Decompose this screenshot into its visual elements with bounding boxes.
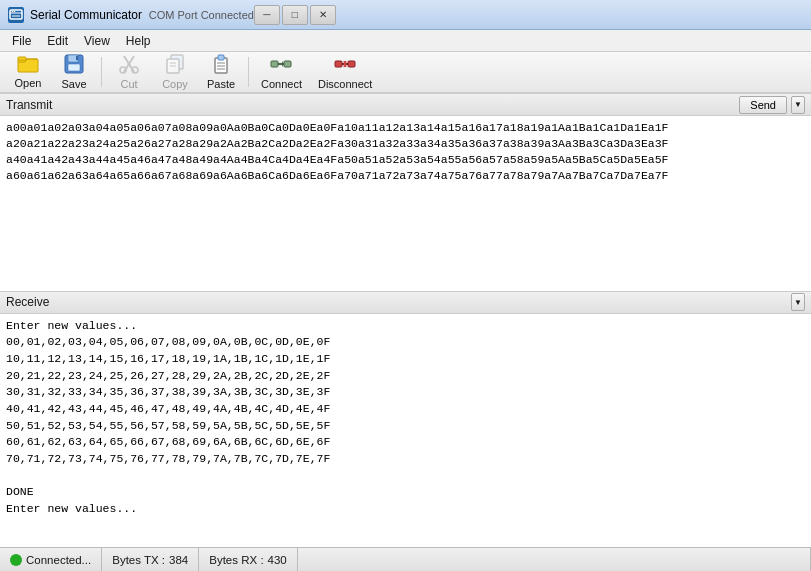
save-label: Save xyxy=(61,78,86,90)
bytes-tx-value: 384 xyxy=(169,554,188,566)
title-bar: Serial Communicator COM Port Connected ─… xyxy=(0,0,811,30)
svg-rect-20 xyxy=(218,55,224,60)
cut-button[interactable]: Cut xyxy=(107,54,151,90)
status-bar: Connected... Bytes TX : 384 Bytes RX : 4… xyxy=(0,547,811,571)
bytes-tx-label: Bytes TX : xyxy=(112,554,165,566)
svg-rect-24 xyxy=(271,61,278,67)
minimize-button[interactable]: ─ xyxy=(254,5,280,25)
cut-icon xyxy=(119,54,139,77)
bytes-rx-label: Bytes RX : xyxy=(209,554,263,566)
svg-point-3 xyxy=(14,10,16,12)
connect-button[interactable]: Connect xyxy=(254,54,309,90)
menu-help[interactable]: Help xyxy=(118,32,159,50)
svg-point-2 xyxy=(12,10,14,12)
svg-rect-10 xyxy=(76,56,78,60)
svg-rect-9 xyxy=(68,64,80,71)
maximize-button[interactable]: □ xyxy=(282,5,308,25)
svg-rect-29 xyxy=(348,61,355,67)
menu-bar: File Edit View Help xyxy=(0,30,811,52)
close-button[interactable]: ✕ xyxy=(310,5,336,25)
open-label: Open xyxy=(15,77,42,89)
window-controls: ─ □ ✕ xyxy=(254,5,336,25)
receive-label: Receive xyxy=(6,295,49,309)
open-icon xyxy=(17,55,39,76)
send-button[interactable]: Send xyxy=(739,96,787,114)
transmit-section: Transmit Send ▼ xyxy=(0,94,811,292)
disconnect-button[interactable]: Disconnect xyxy=(311,54,379,90)
transmit-controls: Send ▼ xyxy=(739,96,805,114)
menu-view[interactable]: View xyxy=(76,32,118,50)
toolbar-separator-1 xyxy=(101,57,102,87)
paste-label: Paste xyxy=(207,78,235,90)
cut-label: Cut xyxy=(120,78,137,90)
bytes-tx: Bytes TX : 384 xyxy=(102,548,199,571)
disconnect-icon xyxy=(334,54,356,77)
copy-button[interactable]: Copy xyxy=(153,54,197,90)
bytes-rx: Bytes RX : 430 xyxy=(199,548,298,571)
save-button[interactable]: Save xyxy=(52,54,96,90)
receive-content[interactable]: Enter new values... 00,01,02,03,04,05,06… xyxy=(0,314,811,547)
receive-controls: ▼ xyxy=(791,293,805,311)
connection-status-text: Connected... xyxy=(26,554,91,566)
menu-edit[interactable]: Edit xyxy=(39,32,76,50)
svg-rect-25 xyxy=(284,61,291,67)
save-icon xyxy=(64,54,84,77)
svg-rect-5 xyxy=(18,59,38,72)
app-subtitle: COM Port Connected xyxy=(149,9,254,21)
status-extra xyxy=(298,548,811,571)
svg-rect-28 xyxy=(335,61,342,67)
connect-label: Connect xyxy=(261,78,302,90)
svg-rect-6 xyxy=(18,57,26,60)
receive-header: Receive ▼ xyxy=(0,292,811,314)
connection-icon xyxy=(10,554,22,566)
connection-status: Connected... xyxy=(0,548,102,571)
toolbar-separator-2 xyxy=(248,57,249,87)
receive-section: Receive ▼ Enter new values... 00,01,02,0… xyxy=(0,292,811,547)
copy-icon xyxy=(165,54,185,77)
disconnect-label: Disconnect xyxy=(318,78,372,90)
bytes-rx-value: 430 xyxy=(268,554,287,566)
receive-dropdown[interactable]: ▼ xyxy=(791,293,805,311)
copy-label: Copy xyxy=(162,78,188,90)
connect-icon xyxy=(270,54,292,77)
transmit-label: Transmit xyxy=(6,98,52,112)
send-dropdown[interactable]: ▼ xyxy=(791,96,805,114)
paste-button[interactable]: Paste xyxy=(199,54,243,90)
app-icon xyxy=(8,7,24,23)
menu-file[interactable]: File xyxy=(4,32,39,50)
transmit-textarea[interactable] xyxy=(0,116,811,291)
app-title: Serial Communicator xyxy=(30,8,142,22)
open-button[interactable]: Open xyxy=(6,54,50,90)
paste-icon xyxy=(211,54,231,77)
toolbar: Open Save Cut xyxy=(0,52,811,94)
transmit-header: Transmit Send ▼ xyxy=(0,94,811,116)
main-content: Transmit Send ▼ Receive ▼ Enter new valu… xyxy=(0,94,811,547)
